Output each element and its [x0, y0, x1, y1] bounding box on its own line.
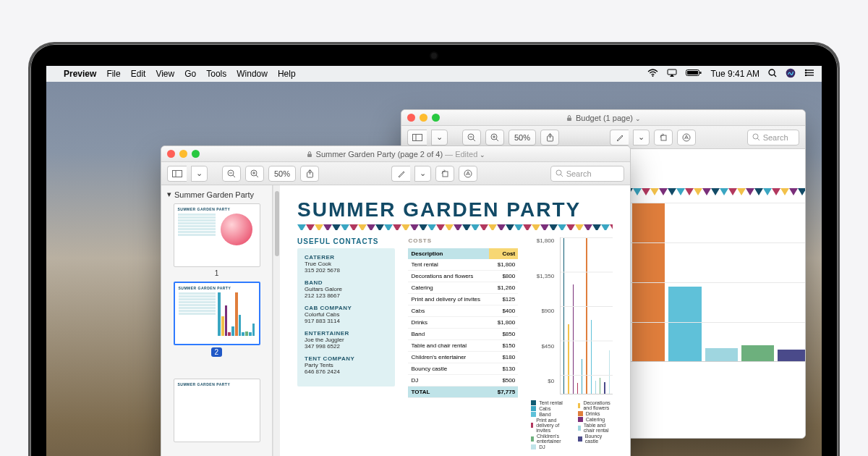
table-row: Band$850 — [408, 329, 518, 340]
minimize-button[interactable] — [179, 150, 187, 158]
highlight-chevron[interactable]: ⌄ — [414, 166, 431, 182]
table-row: Children's entertainer$180 — [408, 352, 518, 363]
lock-icon — [566, 114, 573, 122]
sidebar-view-chevron[interactable]: ⌄ — [191, 166, 208, 182]
desktop: Preview File Edit View Go Tools Window H… — [46, 66, 822, 456]
search-input-back[interactable]: Search — [747, 130, 799, 145]
titlebar-budget[interactable]: Budget (1 page) ⌄ — [401, 110, 805, 126]
airplay-icon[interactable] — [667, 69, 677, 79]
window-title-back: Budget (1 page) ⌄ — [576, 114, 641, 122]
svg-point-11 — [805, 69, 807, 71]
svg-line-18 — [473, 139, 475, 141]
zoom-out-button[interactable] — [462, 130, 481, 145]
zoom-level[interactable]: 50% — [509, 130, 536, 145]
sidebar-scrollbar[interactable] — [273, 185, 280, 456]
bar — [573, 284, 574, 394]
close-button[interactable] — [407, 114, 415, 122]
disclosure-triangle-icon[interactable]: ▾ — [167, 190, 171, 199]
rotate-button[interactable] — [435, 166, 454, 182]
legend-item: Children's entertainer — [531, 434, 563, 444]
svg-rect-4 — [700, 72, 702, 74]
markup-button[interactable] — [459, 166, 477, 182]
menu-edit[interactable]: Edit — [131, 69, 146, 79]
legend-item: Tent rental — [531, 400, 563, 405]
svg-line-45 — [561, 174, 563, 177]
app-menu[interactable]: Preview — [64, 69, 96, 79]
table-row: Bouncy castle$130 — [408, 363, 518, 375]
page-thumbnail-1[interactable]: SUMMER GARDEN PARTY 1 — [174, 203, 260, 277]
titlebar-summer[interactable]: Summer Garden Party (page 2 of 4) — Edit… — [161, 146, 630, 162]
page-thumbnail-2[interactable]: SUMMER GARDEN PARTY 2 — [174, 282, 260, 357]
page-thumbnail-3[interactable]: SUMMER GARDEN PARTY — [174, 379, 260, 442]
bunting-border — [297, 224, 613, 230]
highlight-button[interactable] — [610, 130, 629, 145]
table-row: Catering$1,260 — [408, 282, 518, 294]
total-label: TOTAL — [408, 387, 489, 398]
costs-table: COSTS Description Cost Tent rental$1,800… — [408, 237, 518, 450]
rotate-button[interactable] — [654, 130, 673, 145]
battery-icon[interactable] — [686, 69, 702, 79]
sidebar-heading[interactable]: ▾ Summer Garden Party — [167, 190, 266, 199]
svg-rect-14 — [567, 117, 571, 121]
table-row: Decorations and flowers$800 — [408, 271, 518, 282]
sidebar-view-chevron[interactable]: ⌄ — [431, 130, 448, 145]
bar — [582, 359, 582, 394]
menu-go[interactable]: Go — [184, 69, 196, 79]
menu-help[interactable]: Help — [278, 69, 296, 79]
menu-window[interactable]: Window — [237, 69, 268, 79]
contacts-heading: USEFUL CONTACTS — [297, 237, 395, 245]
siri-icon[interactable] — [786, 68, 796, 80]
window-title-front: Summer Garden Party (page 2 of 4) — Edit… — [316, 150, 486, 159]
sidebar-view-button[interactable] — [407, 130, 427, 145]
minimize-button[interactable] — [420, 114, 427, 122]
legend-item: Band — [531, 412, 563, 417]
markup-button[interactable] — [677, 130, 696, 145]
search-input-front[interactable]: Search — [550, 166, 624, 182]
search-placeholder-front: Search — [566, 169, 592, 178]
window-summer[interactable]: Summer Garden Party (page 2 of 4) — Edit… — [161, 145, 631, 456]
spotlight-icon[interactable] — [768, 69, 777, 80]
bar — [568, 324, 569, 394]
svg-rect-15 — [413, 134, 422, 140]
menu-file[interactable]: File — [106, 69, 120, 79]
chart-yaxis: $1,800$1,350$900$450$0 — [531, 237, 556, 394]
zoom-in-button[interactable] — [485, 130, 504, 145]
bar — [741, 345, 774, 361]
sidebar-view-button[interactable] — [167, 166, 187, 182]
useful-contacts: USEFUL CONTACTS CATERERTrue Cook315 202 … — [297, 237, 395, 450]
thumbnail-label: 1 — [174, 269, 260, 277]
zoom-in-button[interactable] — [245, 166, 264, 182]
bar — [604, 382, 605, 394]
laptop-bezel: Preview File Edit View Go Tools Window H… — [28, 42, 840, 456]
bar — [609, 350, 610, 394]
thumbnail-sidebar[interactable]: ▾ Summer Garden Party SUMMER GARDEN PART… — [161, 185, 273, 456]
bar — [632, 203, 665, 361]
traffic-lights-front[interactable] — [167, 150, 200, 158]
share-button[interactable] — [540, 130, 559, 145]
highlight-button[interactable] — [391, 166, 410, 182]
menu-tools[interactable]: Tools — [206, 69, 226, 79]
wifi-icon[interactable] — [647, 69, 658, 79]
highlight-chevron[interactable]: ⌄ — [633, 130, 650, 145]
zoom-button[interactable] — [432, 114, 440, 122]
svg-line-6 — [774, 75, 776, 77]
svg-rect-42 — [443, 172, 448, 177]
contact-entry: TENT COMPANYParty Tents646 876 2424 — [305, 355, 388, 375]
svg-line-21 — [496, 139, 498, 141]
bar — [577, 383, 578, 394]
svg-point-5 — [769, 69, 775, 75]
svg-rect-30 — [307, 153, 312, 157]
notification-center-icon[interactable] — [804, 69, 814, 79]
bar — [595, 381, 596, 394]
zoom-level[interactable]: 50% — [268, 166, 296, 182]
legend-item: Cabs — [531, 406, 563, 411]
contact-entry: ENTERTAINERJoe the Juggler347 998 6522 — [305, 330, 388, 350]
zoom-button[interactable] — [192, 150, 200, 158]
share-button[interactable] — [300, 166, 319, 182]
close-button[interactable] — [167, 150, 175, 158]
zoom-out-button[interactable] — [222, 166, 241, 182]
table-row: Cabs$400 — [408, 305, 518, 317]
traffic-lights-back[interactable] — [407, 114, 440, 122]
menu-view[interactable]: View — [156, 69, 174, 79]
clock[interactable]: Tue 9:41 AM — [710, 69, 760, 79]
